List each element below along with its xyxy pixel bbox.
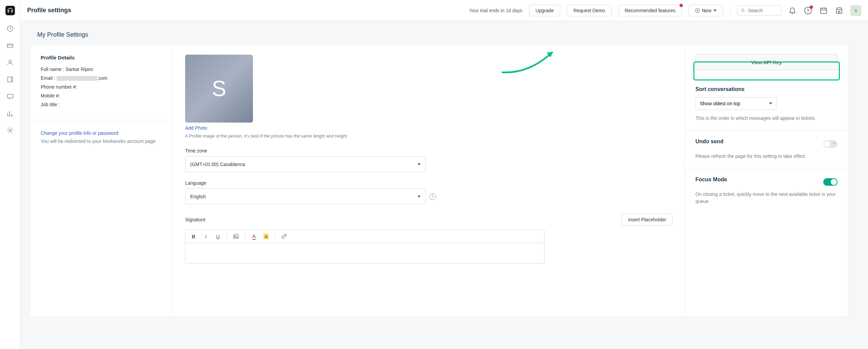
link-icon[interactable] bbox=[279, 232, 289, 241]
fullname-row: Full name : Sarkar Ripon bbox=[41, 67, 162, 72]
language-value: English bbox=[190, 194, 206, 199]
redacted-email bbox=[57, 76, 97, 81]
separator bbox=[245, 232, 245, 240]
svg-point-2 bbox=[9, 60, 11, 62]
svg-rect-3 bbox=[7, 94, 13, 98]
change-profile-desc: You will be redirected to your freshwork… bbox=[41, 138, 162, 145]
dashboard-icon[interactable] bbox=[6, 25, 14, 32]
topbar: Profile settings Your trial ends in 14 d… bbox=[20, 0, 868, 21]
focus-title: Focus Mode bbox=[695, 177, 727, 183]
marketplace-icon[interactable] bbox=[835, 6, 844, 15]
search-box[interactable] bbox=[737, 5, 781, 16]
undo-toggle[interactable] bbox=[823, 140, 837, 148]
left-column: Profile Details Full name : Sarkar Ripon… bbox=[31, 45, 173, 317]
trial-notice: Your trial ends in 14 days bbox=[469, 8, 522, 13]
underline-icon[interactable]: U bbox=[213, 232, 223, 241]
italic-icon[interactable]: I bbox=[201, 232, 211, 241]
search-input[interactable] bbox=[748, 8, 777, 13]
focus-desc: On closing a ticket, quickly move to the… bbox=[695, 191, 837, 205]
recommended-features-button[interactable]: Recommended features bbox=[618, 5, 682, 16]
timezone-select[interactable]: (GMT+01:00) Casablanca bbox=[185, 156, 426, 172]
sort-desc: This is the order in which messages will… bbox=[695, 115, 837, 122]
timezone-value: (GMT+01:00) Casablanca bbox=[190, 162, 245, 167]
sort-title: Sort conversations bbox=[695, 86, 837, 92]
mobile-row: Mobile #: bbox=[41, 93, 162, 98]
page-title: Profile settings bbox=[27, 7, 71, 14]
signature-editor[interactable] bbox=[185, 243, 545, 263]
user-avatar[interactable]: s bbox=[850, 5, 861, 16]
email-row: Email : .com bbox=[41, 75, 162, 81]
reports-icon[interactable] bbox=[6, 110, 14, 117]
profile-details-title: Profile Details bbox=[41, 55, 162, 60]
notification-dot-icon bbox=[679, 4, 683, 7]
help-icon[interactable]: ? bbox=[429, 193, 436, 200]
bold-icon[interactable]: B bbox=[189, 232, 198, 241]
chevron-down-icon bbox=[417, 196, 421, 198]
svg-point-4 bbox=[9, 129, 11, 131]
new-button[interactable]: New bbox=[689, 5, 723, 16]
job-row: Job title : bbox=[41, 102, 162, 107]
profile-photo: S bbox=[185, 55, 253, 123]
focus-toggle[interactable] bbox=[823, 178, 837, 186]
chevron-down-icon bbox=[769, 103, 772, 105]
upgrade-button[interactable]: Upgrade bbox=[529, 5, 560, 16]
insert-placeholder-button[interactable]: Insert Placeholder bbox=[622, 214, 673, 225]
new-label: New bbox=[702, 8, 711, 13]
help-icon[interactable] bbox=[804, 6, 812, 15]
svg-rect-9 bbox=[234, 234, 238, 238]
change-profile-link[interactable]: Change your profile info or password bbox=[41, 130, 118, 136]
notification-dot-icon bbox=[810, 5, 813, 9]
request-demo-button[interactable]: Request Demo bbox=[567, 5, 611, 16]
sidebar bbox=[0, 0, 20, 349]
undo-desc: Please refresh the page for this setting… bbox=[695, 153, 837, 160]
chat-icon[interactable] bbox=[6, 93, 14, 100]
content-heading: My Profile Settings bbox=[31, 31, 848, 38]
image-icon[interactable] bbox=[231, 232, 241, 241]
text-color-icon[interactable]: A bbox=[249, 232, 259, 241]
add-photo-link[interactable]: Add Photo bbox=[185, 125, 673, 131]
plus-icon bbox=[695, 8, 700, 13]
signature-label: Signature bbox=[185, 217, 205, 222]
divider bbox=[730, 5, 730, 16]
language-label: Language bbox=[185, 180, 673, 186]
timezone-label: Time zone bbox=[185, 148, 673, 153]
sort-select[interactable]: Show oldest on top bbox=[695, 97, 777, 110]
svg-rect-8 bbox=[821, 8, 827, 14]
view-api-key-button[interactable]: View API Key bbox=[695, 54, 838, 70]
bell-icon[interactable] bbox=[788, 6, 797, 15]
recommended-label: Recommended features bbox=[625, 8, 675, 13]
tickets-icon[interactable] bbox=[6, 42, 14, 49]
right-column: View API Key Sort conversations Show old… bbox=[685, 45, 848, 317]
sort-value: Show oldest on top bbox=[700, 101, 740, 106]
chevron-down-icon bbox=[713, 10, 717, 12]
svg-point-6 bbox=[742, 9, 744, 12]
settings-card: Profile Details Full name : Sarkar Ripon… bbox=[31, 45, 848, 317]
language-select[interactable]: English bbox=[185, 188, 426, 204]
bg-color-icon[interactable]: A bbox=[261, 232, 271, 241]
separator bbox=[275, 232, 275, 240]
app-logo[interactable] bbox=[5, 6, 15, 15]
search-icon bbox=[741, 8, 745, 13]
undo-title: Undo send bbox=[695, 139, 724, 145]
contacts-icon[interactable] bbox=[6, 59, 14, 66]
svg-rect-1 bbox=[7, 44, 13, 48]
separator bbox=[227, 232, 227, 240]
settings-icon[interactable] bbox=[6, 127, 14, 134]
chevron-down-icon bbox=[417, 163, 421, 165]
phone-row: Phone number #: bbox=[41, 84, 162, 90]
solutions-icon[interactable] bbox=[6, 76, 14, 83]
signature-toolbar: B I U A A bbox=[185, 229, 545, 243]
photo-desc: A Profile image of the person, it's best… bbox=[185, 133, 673, 139]
calendar-icon[interactable] bbox=[819, 6, 828, 15]
middle-column: S Add Photo A Profile image of the perso… bbox=[173, 45, 685, 317]
